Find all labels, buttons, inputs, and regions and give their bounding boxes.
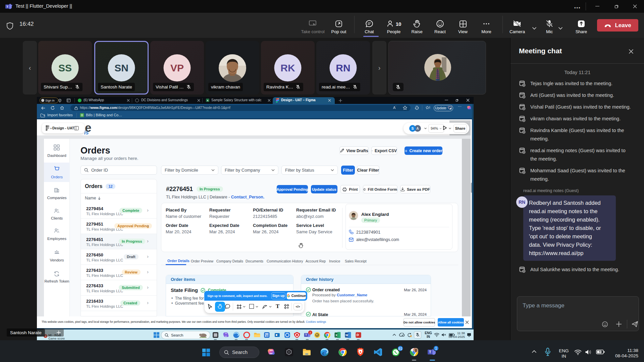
svg-text:X: X xyxy=(335,334,337,337)
svg-text:W: W xyxy=(345,334,348,337)
svg-text:T: T xyxy=(6,5,8,8)
svg-text:T: T xyxy=(429,350,431,354)
svg-text:x: x xyxy=(207,99,209,102)
svg-text:T: T xyxy=(305,334,307,337)
